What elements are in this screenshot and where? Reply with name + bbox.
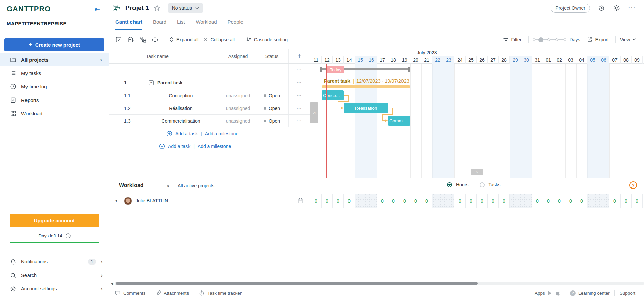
assigned-cell[interactable]: unassigned <box>221 89 255 102</box>
row-menu-icon[interactable]: ••• <box>297 81 302 84</box>
assigned-cell[interactable] <box>221 64 255 76</box>
task-time-tracker-button[interactable]: Task time tracker <box>199 290 241 296</box>
column-header-status[interactable]: Status <box>255 49 289 63</box>
favorite-star-icon[interactable] <box>154 5 161 12</box>
add-milestone-link[interactable]: Add a milestone <box>205 131 238 136</box>
status-cell[interactable] <box>255 76 289 89</box>
project-status-dropdown[interactable]: No status <box>168 3 203 13</box>
grid-collapse-handle[interactable]: ◁ <box>310 102 318 123</box>
row-menu-icon[interactable]: ••• <box>297 107 302 110</box>
row-menu-icon[interactable]: ••• <box>297 68 302 72</box>
sidebar-footer-search[interactable]: Search› <box>0 268 109 282</box>
apps-link[interactable]: Apps <box>535 290 560 296</box>
status-dot-icon <box>264 94 266 97</box>
task-name-area: Conception <box>141 89 221 102</box>
parent-task-bar[interactable] <box>322 85 410 88</box>
plus-icon: + <box>29 41 32 48</box>
chart-collapse-handle[interactable]: ▽ <box>471 169 483 175</box>
export-button[interactable]: Export <box>587 37 608 42</box>
sidebar-item-my-tasks[interactable]: My tasks <box>0 66 109 80</box>
table-row[interactable]: 1.2RéalisationunassignedOpen••• <box>109 102 310 115</box>
tab-people[interactable]: People <box>227 19 243 30</box>
table-row[interactable]: ••• <box>109 64 310 76</box>
add-task-link[interactable]: Add a task <box>168 144 190 149</box>
plus-circle-icon[interactable] <box>159 143 165 150</box>
chevron-right-icon[interactable]: › <box>101 285 103 292</box>
sidebar-item-reports[interactable]: Reports <box>0 93 109 107</box>
table-row[interactable]: 1.3CommercialisationunassignedOpen••• <box>109 115 310 127</box>
zoom-slider-handle[interactable] <box>538 37 543 42</box>
chevron-right-icon[interactable]: › <box>101 258 103 265</box>
add-task-link[interactable]: Add a task <box>175 131 198 136</box>
workload-title[interactable]: Workload <box>119 182 144 188</box>
collapse-all-button[interactable]: Collapse all <box>204 37 234 42</box>
tasks-radio[interactable]: Tasks <box>480 182 500 187</box>
add-column-icon[interactable]: + <box>289 49 310 63</box>
status-cell[interactable]: Open <box>255 89 289 102</box>
plus-circle-icon[interactable] <box>166 131 172 137</box>
collapse-minus-icon[interactable]: − <box>149 80 154 85</box>
assigned-cell[interactable]: unassigned <box>221 115 255 127</box>
dependencies-hierarchy-icon[interactable] <box>140 36 146 43</box>
history-icon[interactable] <box>598 5 605 12</box>
user-avatar[interactable] <box>124 197 132 205</box>
tab-list[interactable]: List <box>177 19 185 30</box>
assigned-cell[interactable] <box>221 76 255 89</box>
settings-gear-icon[interactable] <box>613 5 620 12</box>
sidebar-collapse-icon[interactable]: ⇤ <box>95 5 100 13</box>
row-menu-icon[interactable]: ••• <box>297 119 302 123</box>
tab-gantt-chart[interactable]: Gantt chart <box>115 19 142 30</box>
column-header-task-name[interactable]: Task name <box>109 49 221 63</box>
task-bar-réalisation[interactable]: Réalisation <box>344 103 388 113</box>
table-row[interactable]: 1−Parent task••• <box>109 76 310 89</box>
deadline-calendar-icon[interactable] <box>127 36 134 43</box>
tab-workload[interactable]: Workload <box>196 19 217 30</box>
task-bar-commercialisation[interactable]: Comm... <box>388 116 410 126</box>
task-bar-conception[interactable]: Conce... <box>322 90 344 100</box>
add-milestone-link[interactable]: Add a milestone <box>198 144 231 149</box>
sidebar-footer-account-settings[interactable]: Account settings› <box>0 282 109 295</box>
task-checkbox-tool-icon[interactable] <box>115 36 122 43</box>
scrollbar-thumb[interactable] <box>116 282 478 285</box>
support-link[interactable]: Support <box>620 291 635 296</box>
zoom-slider[interactable] <box>533 37 566 42</box>
chevron-right-icon[interactable]: › <box>101 272 103 279</box>
comments-button[interactable]: Comments <box>115 290 145 296</box>
filter-button[interactable]: Filter <box>503 37 521 42</box>
upgrade-account-button[interactable]: Upgrade account <box>10 214 99 227</box>
sidebar-item-workload[interactable]: Workload <box>0 107 109 120</box>
create-new-project-button[interactable]: + Create new project <box>4 38 104 51</box>
table-row[interactable]: 1.1ConceptionunassignedOpen••• <box>109 89 310 102</box>
row-expand-caret-icon[interactable]: ▾ <box>115 198 117 203</box>
toolbar-divider <box>528 36 529 43</box>
workload-day-cell: 0 <box>488 194 499 208</box>
chevron-right-icon[interactable]: › <box>100 56 102 63</box>
collapse-all-label: Collapse all <box>210 37 234 42</box>
sidebar-item-all-projects[interactable]: All projects› <box>0 53 109 66</box>
learning-center-link[interactable]: ? Learning center <box>570 290 610 296</box>
column-header-assigned[interactable]: Assigned <box>221 49 255 63</box>
more-options-icon[interactable]: ··· <box>628 5 636 11</box>
cascade-sorting-button[interactable]: Cascade sorting <box>246 37 288 42</box>
tab-board[interactable]: Board <box>153 19 166 30</box>
info-icon[interactable] <box>65 233 71 239</box>
fit-to-screen-icon[interactable] <box>152 36 158 43</box>
status-cell[interactable] <box>255 64 289 76</box>
hours-radio[interactable]: Hours <box>447 182 468 187</box>
personal-calendar-icon[interactable] <box>297 198 304 204</box>
row-menu-icon[interactable]: ••• <box>297 94 302 97</box>
chevron-down-icon <box>632 38 636 41</box>
scroll-left-icon[interactable]: ◀ <box>111 282 113 285</box>
workload-help-icon[interactable]: ? <box>629 181 637 189</box>
view-button[interactable]: View <box>620 37 636 42</box>
assigned-cell[interactable]: unassigned <box>221 102 255 114</box>
task-time-tracker-label: Task time tracker <box>207 291 241 296</box>
status-cell[interactable]: Open <box>255 115 289 127</box>
sidebar-item-my-time-log[interactable]: My time log <box>0 80 109 93</box>
expand-all-button[interactable]: Expand all <box>169 37 198 42</box>
status-cell[interactable]: Open <box>255 102 289 114</box>
sidebar-footer-notifications[interactable]: Notifications1› <box>0 255 109 268</box>
attachments-button[interactable]: Attachments <box>155 290 189 296</box>
bottom-divider <box>614 290 615 296</box>
workload-dropdown-caret-icon[interactable]: ▾ <box>167 184 169 189</box>
